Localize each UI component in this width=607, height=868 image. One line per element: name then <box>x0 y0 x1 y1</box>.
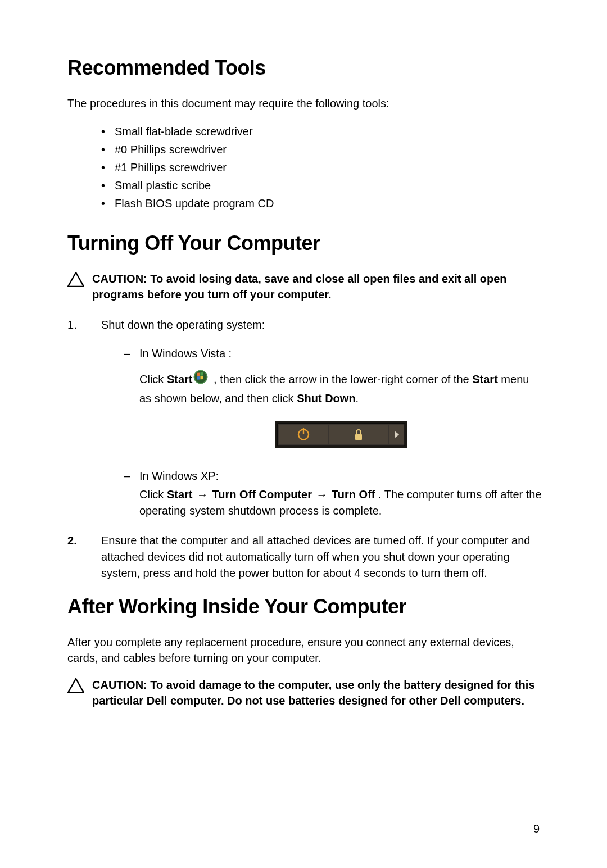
caution-icon <box>67 272 84 289</box>
start-orb-icon <box>193 370 208 389</box>
text: Click <box>139 488 167 501</box>
tools-list: Small flat-blade screwdriver #0 Phillips… <box>101 122 542 212</box>
step-item: Ensure that the computer and all attache… <box>67 533 542 581</box>
heading-recommended-tools: Recommended Tools <box>67 56 542 80</box>
arrow-icon: → <box>313 488 330 501</box>
start-label: Start <box>472 373 498 385</box>
arrow-icon: → <box>193 488 211 501</box>
list-item: #0 Phillips screwdriver <box>101 140 542 158</box>
shutdown-label: Shut Down <box>297 392 355 405</box>
svg-rect-5 <box>197 376 200 380</box>
text: Click <box>139 373 167 385</box>
step2-text: Ensure that the computer and all attache… <box>101 534 530 579</box>
text: . <box>356 392 359 405</box>
list-item: Small plastic scribe <box>101 176 542 194</box>
start-label: Start <box>167 488 193 501</box>
list-item: #1 Phillips screwdriver <box>101 158 542 176</box>
xp-paragraph: Click Start → Turn Off Computer → Turn O… <box>139 487 542 519</box>
shutdown-bar-image <box>275 421 407 452</box>
turnoff-computer-label: Turn Off Computer <box>212 488 312 501</box>
caution-text: CAUTION: To avoid damage to the computer… <box>92 677 542 708</box>
document-page: Recommended Tools The procedures in this… <box>0 0 607 757</box>
svg-rect-4 <box>201 372 204 376</box>
steps-list: Shut down the operating system: – In Win… <box>67 317 542 581</box>
svg-marker-0 <box>68 272 84 287</box>
caution-block: CAUTION: To avoid damage to the computer… <box>67 677 542 708</box>
page-number: 9 <box>533 822 540 835</box>
heading-after-working: After Working Inside Your Computer <box>67 595 542 619</box>
step-item: Shut down the operating system: – In Win… <box>67 317 542 519</box>
xp-label: In Windows XP: <box>139 470 219 482</box>
sub-item-vista: – In Windows Vista : Click Start , then … <box>124 346 542 452</box>
svg-rect-9 <box>279 425 328 444</box>
text: , then click the arrow in the lower-righ… <box>210 373 472 385</box>
caution-text: CAUTION: To avoid losing data, save and … <box>92 271 542 302</box>
step1-intro: Shut down the operating system: <box>101 319 265 331</box>
tools-intro: The procedures in this document may requ… <box>67 96 542 111</box>
svg-rect-13 <box>355 434 362 440</box>
list-item: Flash BIOS update program CD <box>101 194 542 212</box>
after-intro: After you complete any replacement proce… <box>67 634 542 666</box>
svg-rect-3 <box>197 372 200 376</box>
vista-label: In Windows Vista : <box>139 347 232 360</box>
turnoff-label: Turn Off <box>332 488 375 501</box>
dash-icon: – <box>124 346 130 362</box>
vista-paragraph: Click Start , then click the arrow in th… <box>139 370 542 407</box>
caution-icon <box>67 678 84 696</box>
svg-marker-16 <box>68 679 84 693</box>
list-item: Small flat-blade screwdriver <box>101 122 542 140</box>
sub-item-xp: – In Windows XP: Click Start → Turn Off … <box>124 468 542 519</box>
start-label: Start <box>167 373 193 385</box>
heading-turning-off: Turning Off Your Computer <box>67 231 542 255</box>
dash-icon: – <box>124 468 130 484</box>
caution-block: CAUTION: To avoid losing data, save and … <box>67 271 542 302</box>
svg-rect-6 <box>201 376 204 380</box>
